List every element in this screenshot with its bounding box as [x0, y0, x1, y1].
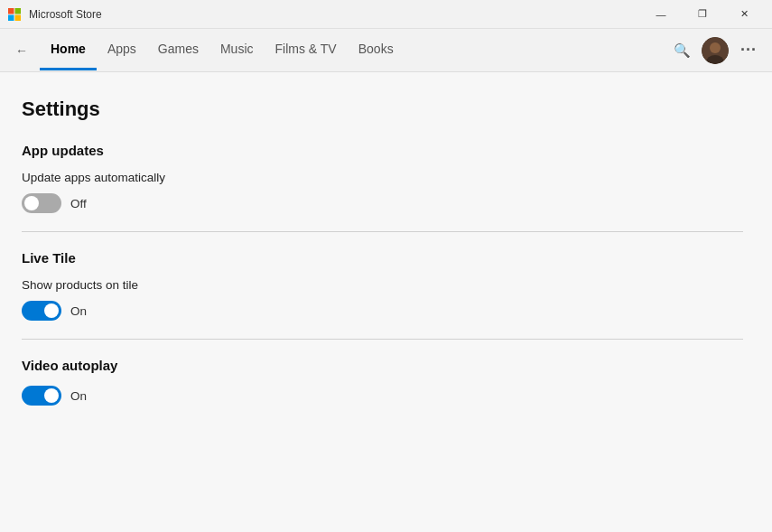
section-app-updates-title: App updates	[22, 143, 743, 158]
svg-rect-2	[8, 14, 14, 21]
avatar-image	[702, 37, 729, 64]
nav-right-controls: 🔍 ···	[665, 34, 765, 67]
app-icon	[7, 7, 22, 22]
main-content: Settings App updates Update apps automat…	[0, 72, 772, 532]
video-autoplay-status: On	[70, 389, 87, 403]
tab-apps[interactable]: Apps	[97, 30, 147, 70]
tab-films-tv[interactable]: Films & TV	[265, 30, 348, 70]
divider-2	[22, 339, 743, 340]
tab-music[interactable]: Music	[209, 30, 265, 70]
auto-update-status: Off	[70, 197, 87, 210]
section-video-autoplay-title: Video autoplay	[22, 358, 743, 373]
auto-update-thumb	[24, 196, 39, 210]
video-autoplay-row: On	[22, 386, 743, 406]
show-products-toggle[interactable]	[22, 301, 61, 321]
navbar: ← Home Apps Games Music Films & TV Books…	[0, 29, 772, 72]
more-icon: ···	[740, 41, 757, 60]
show-products-row: On	[22, 301, 743, 321]
window-title: Microsoft Store	[29, 8, 640, 21]
minimize-button[interactable]: —	[640, 0, 682, 29]
tab-books[interactable]: Books	[348, 30, 405, 70]
svg-point-5	[710, 42, 721, 53]
divider-1	[22, 231, 743, 232]
auto-update-label: Update apps automatically	[22, 171, 743, 184]
avatar[interactable]	[702, 37, 729, 64]
svg-rect-0	[8, 8, 14, 14]
more-button[interactable]: ···	[732, 34, 765, 67]
video-autoplay-toggle[interactable]	[22, 386, 61, 406]
show-products-label: Show products on tile	[22, 278, 743, 292]
back-button[interactable]: ←	[7, 36, 36, 65]
video-autoplay-thumb	[44, 388, 59, 403]
search-button[interactable]: 🔍	[665, 34, 698, 67]
maximize-button[interactable]: ❐	[682, 0, 723, 29]
show-products-status: On	[70, 304, 87, 318]
page-title: Settings	[22, 98, 743, 121]
close-button[interactable]: ✕	[723, 0, 765, 29]
nav-tabs: Home Apps Games Music Films & TV Books	[40, 30, 665, 70]
search-icon: 🔍	[674, 42, 691, 59]
back-icon: ←	[15, 43, 28, 58]
tab-home[interactable]: Home	[40, 30, 97, 70]
svg-rect-1	[15, 8, 22, 14]
svg-rect-3	[15, 14, 22, 21]
tab-games[interactable]: Games	[147, 30, 209, 70]
show-products-thumb	[44, 303, 59, 318]
auto-update-toggle[interactable]	[22, 193, 61, 213]
titlebar: Microsoft Store — ❐ ✕	[0, 0, 772, 29]
auto-update-row: Off	[22, 193, 743, 213]
window-controls: — ❐ ✕	[640, 0, 765, 29]
section-live-tile-title: Live Tile	[22, 250, 743, 266]
